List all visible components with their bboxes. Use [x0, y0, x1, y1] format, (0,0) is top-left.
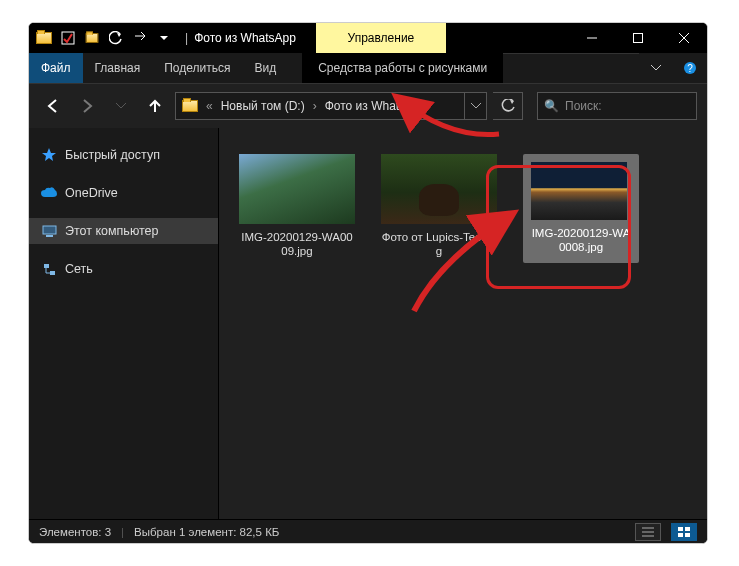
- titlebar: | Фото из WhatsApp Управление: [29, 23, 707, 53]
- qat-properties-icon[interactable]: [57, 27, 79, 49]
- star-icon: [41, 147, 57, 163]
- maximize-button[interactable]: [615, 23, 661, 53]
- sidebar-item-label: Сеть: [65, 262, 93, 276]
- tab-file[interactable]: Файл: [29, 53, 83, 83]
- svg-rect-11: [678, 533, 683, 537]
- chevron-right-icon: ›: [311, 99, 319, 113]
- search-input[interactable]: 🔍 Поиск:: [537, 92, 697, 120]
- tab-picture-tools[interactable]: Средства работы с рисунками: [302, 53, 503, 83]
- chevron-right-icon: «: [204, 99, 215, 113]
- sidebar-item-label: OneDrive: [65, 186, 118, 200]
- sidebar: Быстрый доступ OneDrive Этот компьютер С…: [29, 128, 219, 519]
- nav-bar: « Новый том (D:) › Фото из WhatsApp 🔍 По…: [29, 84, 707, 128]
- thumbnail: [531, 162, 627, 220]
- svg-rect-2: [634, 34, 643, 43]
- view-thumbnails-button[interactable]: [671, 523, 697, 541]
- refresh-button[interactable]: [493, 92, 523, 120]
- svg-rect-5: [43, 226, 56, 234]
- svg-text:?: ?: [687, 63, 693, 74]
- breadcrumb-seg-folder[interactable]: Фото из WhatsApp: [319, 93, 433, 119]
- qat-dropdown-icon[interactable]: [153, 27, 175, 49]
- thumbnail: [239, 154, 355, 224]
- svg-rect-7: [44, 264, 49, 268]
- file-name: IMG-20200129-WA0008.jpg: [531, 226, 631, 255]
- folder-icon: [182, 100, 198, 112]
- svg-rect-10: [685, 527, 690, 531]
- file-name: Фото от Lupics-Test.jpg: [381, 230, 497, 259]
- file-name: IMG-20200129-WA0009.jpg: [239, 230, 355, 259]
- svg-rect-6: [46, 235, 53, 237]
- explorer-window: | Фото из WhatsApp Управление Файл Главн…: [29, 23, 707, 543]
- file-list[interactable]: IMG-20200129-WA0009.jpg Фото от Lupics-T…: [219, 128, 707, 519]
- qat-new-folder-icon[interactable]: [81, 27, 103, 49]
- close-button[interactable]: [661, 23, 707, 53]
- svg-rect-8: [50, 271, 55, 275]
- file-item[interactable]: IMG-20200129-WA0008.jpg: [523, 154, 639, 263]
- sidebar-item-label: Быстрый доступ: [65, 148, 160, 162]
- qat-redo-icon[interactable]: [129, 27, 151, 49]
- search-placeholder: Поиск:: [565, 99, 602, 113]
- svg-rect-9: [678, 527, 683, 531]
- qat-undo-icon[interactable]: [105, 27, 127, 49]
- window-title: Фото из WhatsApp: [194, 31, 296, 45]
- status-item-count: Элементов: 3: [39, 526, 111, 538]
- breadcrumb-seg-drive[interactable]: Новый том (D:): [215, 93, 311, 119]
- ribbon-expand-icon[interactable]: [639, 53, 673, 83]
- pc-icon: [41, 223, 57, 239]
- ribbon-context-header[interactable]: Управление: [316, 23, 446, 53]
- minimize-button[interactable]: [569, 23, 615, 53]
- status-bar: Элементов: 3 | Выбран 1 элемент: 82,5 КБ: [29, 519, 707, 543]
- sidebar-item-onedrive[interactable]: OneDrive: [29, 180, 218, 206]
- file-item[interactable]: IMG-20200129-WA0009.jpg: [239, 154, 355, 259]
- cloud-icon: [41, 185, 57, 201]
- search-icon: 🔍: [544, 99, 559, 113]
- sidebar-item-quickaccess[interactable]: Быстрый доступ: [29, 142, 218, 168]
- view-details-button[interactable]: [635, 523, 661, 541]
- address-bar[interactable]: « Новый том (D:) › Фото из WhatsApp: [175, 92, 487, 120]
- ribbon: Файл Главная Поделиться Вид Средства раб…: [29, 53, 707, 83]
- thumbnail: [381, 154, 497, 224]
- status-selection: Выбран 1 элемент: 82,5 КБ: [134, 526, 279, 538]
- recent-dropdown-icon[interactable]: [107, 92, 135, 120]
- folder-icon: [33, 27, 55, 49]
- back-button[interactable]: [39, 92, 67, 120]
- sidebar-item-label: Этот компьютер: [65, 224, 158, 238]
- tab-share[interactable]: Поделиться: [152, 53, 242, 83]
- sidebar-item-thispc[interactable]: Этот компьютер: [29, 218, 218, 244]
- file-item[interactable]: Фото от Lupics-Test.jpg: [381, 154, 497, 259]
- forward-button[interactable]: [73, 92, 101, 120]
- network-icon: [41, 261, 57, 277]
- tab-home[interactable]: Главная: [83, 53, 153, 83]
- svg-rect-12: [685, 533, 690, 537]
- up-button[interactable]: [141, 92, 169, 120]
- tab-view[interactable]: Вид: [242, 53, 288, 83]
- sidebar-item-network[interactable]: Сеть: [29, 256, 218, 282]
- address-history-dropdown[interactable]: [464, 93, 486, 119]
- help-icon[interactable]: ?: [673, 53, 707, 83]
